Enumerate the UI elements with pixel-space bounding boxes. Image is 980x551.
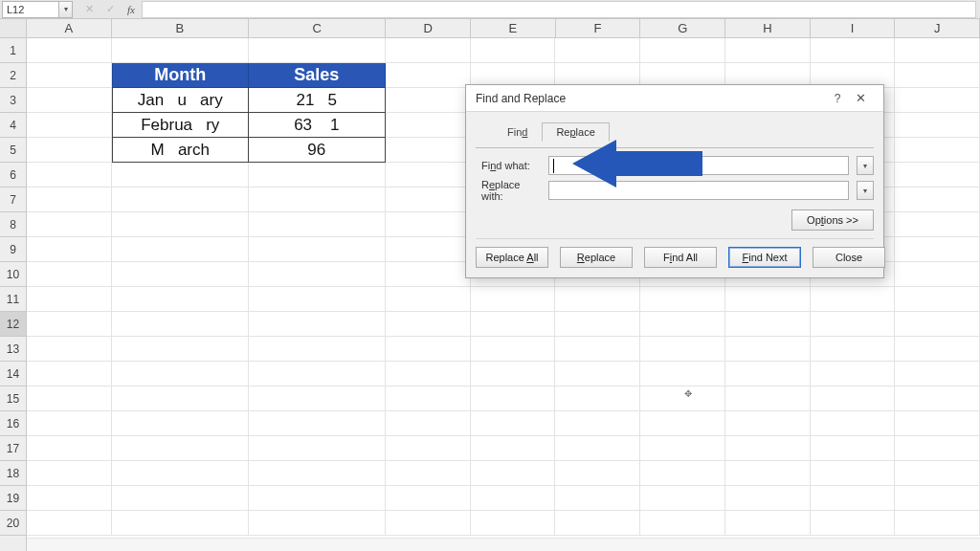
cell-C8[interactable] [249,212,386,237]
cell-B5[interactable]: M arch [112,138,249,163]
cell-J2[interactable] [895,63,980,88]
cell-G16[interactable] [640,411,725,436]
cell-C7[interactable] [249,187,386,212]
find-next-button[interactable]: Find Next [728,247,801,268]
row-header-9[interactable]: 9 [0,237,26,262]
cell-C13[interactable] [249,337,386,362]
find-all-button[interactable]: Find All [644,247,717,268]
cell-A18[interactable] [27,461,112,486]
tab-replace[interactable]: Replace [542,122,609,142]
cell-G14[interactable] [640,362,725,386]
cell-H17[interactable] [725,436,811,461]
cell-J9[interactable] [895,237,980,262]
name-box-dropdown[interactable]: ▾ [59,1,73,18]
cell-I17[interactable] [811,436,896,461]
cell-A17[interactable] [27,436,112,461]
find-what-dropdown[interactable]: ▾ [857,156,874,175]
cell-F11[interactable] [555,287,640,312]
cell-G1[interactable] [640,38,725,63]
cell-A16[interactable] [27,411,112,436]
cell-J11[interactable] [895,287,980,312]
cell-D19[interactable] [386,486,471,511]
cell-H14[interactable] [725,362,811,386]
cell-D10[interactable] [386,262,471,287]
cell-A20[interactable] [27,511,112,536]
cell-D15[interactable] [386,386,471,411]
cell-E1[interactable] [471,38,556,63]
cell-F20[interactable] [555,511,640,536]
row-header-10[interactable]: 10 [0,262,26,287]
cell-B6[interactable] [112,163,249,187]
cell-C4[interactable]: 63 1 [249,113,386,138]
cell-C1[interactable] [249,38,386,63]
row-header-15[interactable]: 15 [0,386,26,411]
cell-I19[interactable] [811,486,896,511]
cell-C14[interactable] [249,362,386,386]
cell-D17[interactable] [386,436,471,461]
formula-input[interactable] [142,1,976,18]
column-header-C[interactable]: C [249,19,386,37]
cell-B18[interactable] [112,461,249,486]
cell-F16[interactable] [555,411,640,436]
replace-all-button[interactable]: Replace All [476,247,548,268]
cell-H15[interactable] [725,386,811,411]
cell-B8[interactable] [112,212,249,237]
cell-D14[interactable] [386,362,471,386]
cell-J10[interactable] [895,262,980,287]
row-header-6[interactable]: 6 [0,163,26,187]
cell-C15[interactable] [249,386,386,411]
close-button[interactable]: Close [813,247,885,268]
cell-F1[interactable] [555,38,640,63]
cell-A14[interactable] [27,362,112,386]
cell-A1[interactable] [27,38,112,63]
cell-D13[interactable] [386,337,471,362]
cell-D11[interactable] [386,287,471,312]
cell-G19[interactable] [640,486,725,511]
cell-I11[interactable] [811,287,896,312]
select-all-corner[interactable] [0,19,27,38]
close-icon[interactable]: ✕ [847,91,874,105]
cell-J3[interactable] [895,88,980,113]
replace-with-input[interactable] [548,181,849,200]
cell-G15[interactable] [640,386,725,411]
column-header-B[interactable]: B [112,19,249,37]
column-header-J[interactable]: J [895,19,980,37]
row-header-12[interactable]: 12 [0,312,26,337]
row-header-4[interactable]: 4 [0,113,26,138]
cell-B1[interactable] [112,38,249,63]
cell-F19[interactable] [555,486,640,511]
row-header-19[interactable]: 19 [0,486,26,511]
cell-B2[interactable]: Month [112,63,249,88]
cell-J13[interactable] [895,337,980,362]
cell-D5[interactable] [386,138,471,163]
cell-H13[interactable] [725,337,811,362]
cell-C16[interactable] [249,411,386,436]
cell-A6[interactable] [27,163,112,187]
cell-C5[interactable]: 96 [249,138,386,163]
options-button[interactable]: Options >> [791,209,874,231]
cell-E11[interactable] [471,287,556,312]
column-header-A[interactable]: A [27,19,112,37]
cell-H12[interactable] [725,312,811,337]
cell-B19[interactable] [112,486,249,511]
cell-D16[interactable] [386,411,471,436]
cell-J1[interactable] [895,38,980,63]
cell-H18[interactable] [725,461,811,486]
cell-J15[interactable] [895,386,980,411]
cell-B14[interactable] [112,362,249,386]
cell-D8[interactable] [386,212,471,237]
cell-D9[interactable] [386,237,471,262]
cell-D3[interactable] [386,88,471,113]
row-header-14[interactable]: 14 [0,362,26,386]
cell-B20[interactable] [112,511,249,536]
cell-B3[interactable]: Jan u ary [112,88,249,113]
cell-D1[interactable] [386,38,471,63]
cell-A11[interactable] [27,287,112,312]
replace-with-dropdown[interactable]: ▾ [857,181,874,200]
row-header-7[interactable]: 7 [0,187,26,212]
cell-J14[interactable] [895,362,980,386]
cell-I13[interactable] [811,337,896,362]
row-header-3[interactable]: 3 [0,88,26,113]
cell-C11[interactable] [249,287,386,312]
cell-B17[interactable] [112,436,249,461]
